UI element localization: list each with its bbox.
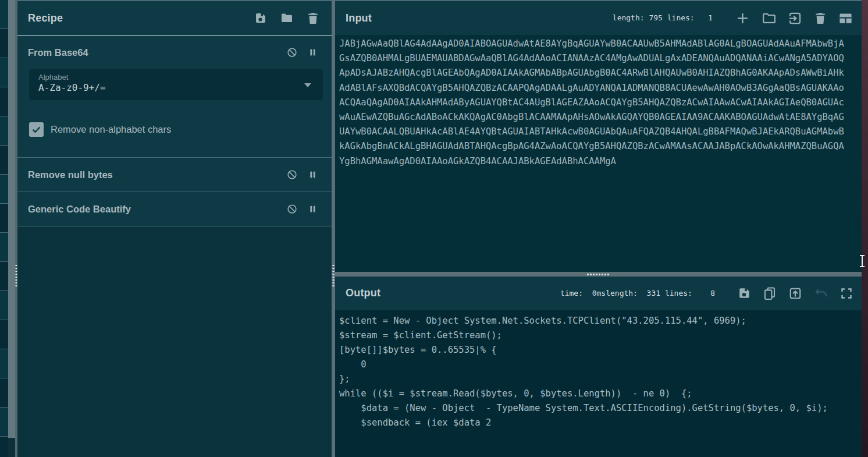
input-output-splitter[interactable]	[335, 272, 862, 277]
stat-line: length: 331	[606, 289, 660, 297]
output-code-line: [byte[]]$bytes = 0..65535|% {	[339, 343, 859, 357]
pause-icon[interactable]	[308, 169, 318, 180]
pause-icon[interactable]	[308, 203, 318, 215]
input-stats: length: 795 lines: 1	[613, 13, 713, 23]
splitter-grip-icon	[333, 265, 335, 287]
io-column: Input length: 795 lines: 1	[335, 0, 862, 457]
output-header-icons	[737, 285, 853, 301]
recipe-header-icons	[254, 11, 320, 25]
splitter-grip-icon	[587, 274, 610, 275]
open-file-icon[interactable]	[761, 10, 777, 26]
input-code-line: kAGkAbgBnACkALgBHAGUAdABTAHQAcgBpAG4AZwA…	[339, 139, 859, 154]
op-head: Generic Code Beautify	[17, 192, 332, 226]
operations-scrollbar[interactable]	[8, 0, 15, 457]
text-cursor-icon	[857, 254, 867, 269]
remove-non-alphabet-label: Remove non-alphabet chars	[51, 124, 171, 135]
output-stats: time: 0mslength: 331 lines: 8	[551, 289, 715, 298]
disable-operation-icon[interactable]	[286, 203, 298, 215]
op-title: Remove null bytes	[28, 169, 286, 180]
operations-scrollbar-thumb[interactable]	[8, 0, 15, 438]
alphabet-dropdown[interactable]: Alphabet A-Za-z0-9+/=	[29, 69, 323, 100]
replace-input-icon[interactable]	[788, 286, 803, 301]
input-title: Input	[346, 12, 613, 24]
stat-line: lines: 8	[660, 289, 715, 297]
pause-icon[interactable]	[308, 47, 318, 58]
recipe-op-from-base64[interactable]: From Base64 Alphabet A-Za-z0-9+/=	[17, 36, 332, 158]
op-title: From Base64	[28, 47, 286, 58]
input-code-line: AdABlAFsAXQBdACQAYgB5AHQAZQBzACAAPQAgADA…	[339, 81, 859, 95]
output-code-line: $client = New - Object System.Net.Socket…	[339, 314, 859, 328]
op-icons	[286, 47, 318, 58]
output-header: Output time: 0mslength: 331 lines: 8	[335, 277, 862, 310]
op-head: From Base64	[17, 36, 332, 69]
op-title: Generic Code Beautify	[28, 204, 286, 215]
recipe-header: Recipe	[17, 0, 332, 36]
input-code-line: ACQAaQAgAD0AIAAkAHMAdAByAGUAYQBtAC4AUgBl…	[339, 95, 859, 110]
disable-operation-icon[interactable]	[286, 169, 298, 180]
stat-line: time: 0ms	[551, 289, 606, 297]
output-code-line: $sendback = (iex $data 2	[339, 416, 859, 430]
input-header-icons	[735, 10, 853, 26]
input-code-line: GsAZQB0AHMALgBUAEMAUABDAGwAaQBlAG4AdAAoA…	[339, 51, 859, 66]
check-icon	[31, 124, 42, 135]
stat-line: lines: 1	[663, 13, 713, 22]
recipe-drop-area[interactable]	[17, 226, 332, 457]
output-code-line: while (($i = $stream.Read($bytes, 0, $by…	[339, 387, 859, 401]
op-icons	[286, 203, 318, 215]
op-icons	[286, 169, 318, 180]
operations-list-edge	[0, 0, 8, 457]
remove-non-alphabet-checkbox[interactable]	[29, 122, 44, 137]
output-code-line: $data = (New - Object - TypeName System.…	[339, 401, 859, 416]
output-textarea: $client = New - Object System.Net.Socket…	[335, 310, 862, 457]
recipe-op-generic-code-beautify[interactable]: Generic Code Beautify	[17, 192, 332, 226]
alphabet-dropdown-value: A-Za-z0-9+/=	[38, 82, 314, 93]
output-title: Output	[346, 287, 551, 299]
input-tabs-icon[interactable]	[838, 10, 853, 26]
input-code-line: YgBhAGMAawAgAD0AIAAoAGkAZQB4ACAAJABkAGEA…	[339, 154, 859, 169]
recipe-op-remove-null-bytes[interactable]: Remove null bytes	[17, 158, 332, 192]
open-input-icon[interactable]	[787, 10, 803, 26]
copy-output-icon[interactable]	[762, 286, 777, 301]
disable-operation-icon[interactable]	[286, 47, 298, 58]
input-code-line: wAuAEwAZQBuAGcAdABoACkAKQAgAC0AbgBlACAAM…	[339, 110, 859, 125]
recipe-panel: Recipe From Base64	[17, 0, 332, 457]
clear-input-icon[interactable]	[813, 10, 827, 26]
input-code-line: ApADsAJABzAHQAcgBlAGEAbQAgAD0AIAAkAGMAbA…	[339, 66, 859, 80]
op-head: Remove null bytes	[17, 158, 332, 192]
save-output-icon[interactable]	[737, 286, 752, 300]
remove-non-alphabet-row: Remove non-alphabet chars	[29, 122, 332, 137]
alphabet-dropdown-label: Alphabet	[38, 73, 314, 82]
open-folder-icon[interactable]	[280, 11, 294, 25]
delete-icon[interactable]	[306, 11, 320, 25]
input-header: Input length: 795 lines: 1	[335, 0, 862, 35]
cyberchef-window: Recipe From Base64	[0, 0, 868, 457]
add-input-icon[interactable]	[735, 10, 750, 26]
maximise-output-icon[interactable]	[839, 286, 853, 300]
output-code-line: $stream = $client.GetStream();	[339, 328, 859, 343]
input-code-line: UAYwB0ACAALQBUAHkAcABlAE4AYQBtAGUAIABTAH…	[339, 125, 859, 139]
save-icon[interactable]	[254, 11, 268, 25]
chevron-down-icon	[304, 83, 311, 87]
stat-line: length: 795	[613, 13, 663, 22]
undo-icon[interactable]	[813, 285, 829, 301]
input-code-line: JABjAGwAaQBlAG4AdAAgAD0AIABOAGUAdwAtAE8A…	[339, 37, 859, 51]
input-textarea[interactable]: JABjAGwAaQBlAG4AdAAgAD0AIABOAGUAdwAtAE8A…	[335, 35, 862, 272]
desktop-edge-strip	[862, 0, 868, 457]
recipe-title: Recipe	[28, 12, 254, 24]
output-code-line: 0	[339, 357, 859, 372]
output-code-line: };	[339, 372, 859, 387]
